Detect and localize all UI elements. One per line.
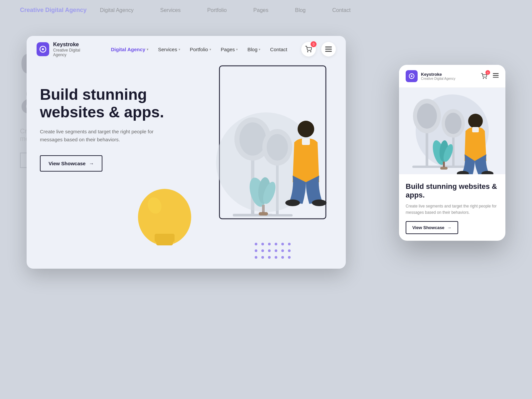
svg-point-50 bbox=[288, 249, 291, 252]
svg-point-45 bbox=[255, 249, 257, 252]
svg-point-24 bbox=[312, 200, 327, 206]
svg-point-39 bbox=[255, 243, 257, 245]
svg-point-1 bbox=[42, 48, 44, 50]
bg-nav-links: Digital Agency Services Portfolio Pages … bbox=[100, 7, 350, 13]
svg-rect-4 bbox=[325, 47, 332, 48]
svg-point-23 bbox=[285, 200, 300, 206]
phone-brand-name: Keystroke bbox=[421, 72, 475, 77]
desktop-brand-logo: Keystroke Creative Digital Agency bbox=[37, 41, 90, 57]
phone-hero-title: Build stunning websites & apps. bbox=[406, 182, 499, 200]
svg-rect-63 bbox=[493, 77, 499, 77]
lightbulb-illustration bbox=[133, 182, 196, 252]
svg-rect-20 bbox=[259, 212, 268, 215]
svg-point-47 bbox=[268, 249, 271, 252]
desktop-hero-illustration bbox=[200, 63, 346, 235]
nav-item-contact[interactable]: Contact bbox=[266, 44, 291, 55]
phone-logo-icon bbox=[406, 70, 418, 82]
nav-item-services[interactable]: Services ▾ bbox=[154, 44, 184, 55]
chevron-down-icon: ▾ bbox=[209, 48, 211, 51]
desktop-hero-title: Build stunning websites & apps. bbox=[40, 86, 186, 121]
svg-rect-67 bbox=[412, 166, 442, 168]
phone-hero-illustration bbox=[399, 88, 505, 174]
svg-point-54 bbox=[275, 256, 277, 259]
svg-point-2 bbox=[308, 52, 308, 52]
svg-point-73 bbox=[445, 113, 462, 134]
phone-view-showcase-button[interactable]: View Showcase → bbox=[406, 221, 458, 234]
bg-nav: Creative Digital Agency Digital Agency S… bbox=[20, 7, 512, 14]
phone-menu-button[interactable] bbox=[493, 73, 499, 79]
phone-nav-actions: 0 bbox=[479, 71, 499, 81]
svg-rect-25 bbox=[302, 138, 310, 145]
svg-rect-6 bbox=[325, 51, 332, 52]
svg-point-51 bbox=[255, 256, 257, 259]
svg-point-3 bbox=[311, 52, 311, 52]
svg-rect-5 bbox=[325, 49, 332, 50]
arrow-icon: → bbox=[89, 161, 94, 166]
svg-point-42 bbox=[275, 243, 277, 245]
desktop-navbar: Keystroke Creative Digital Agency Digita… bbox=[27, 36, 346, 63]
svg-rect-37 bbox=[156, 240, 173, 245]
svg-point-44 bbox=[288, 243, 291, 245]
desktop-brand-name: Keystroke bbox=[53, 41, 90, 48]
cart-button[interactable]: 0 bbox=[301, 42, 316, 57]
svg-point-58 bbox=[411, 75, 413, 77]
phone-cart-badge: 0 bbox=[485, 70, 490, 75]
nav-item-pages[interactable]: Pages ▾ bbox=[217, 44, 242, 55]
svg-point-55 bbox=[281, 256, 284, 259]
desktop-card: Keystroke Creative Digital Agency Digita… bbox=[27, 36, 346, 269]
chevron-down-icon: ▾ bbox=[179, 48, 180, 51]
desktop-nav-links: Digital Agency ▾ Services ▾ Portfolio ▾ … bbox=[107, 44, 291, 55]
cart-badge: 0 bbox=[311, 41, 317, 47]
svg-point-48 bbox=[275, 249, 277, 252]
menu-button[interactable] bbox=[321, 42, 336, 57]
dots-decoration bbox=[253, 241, 293, 262]
nav-item-portfolio[interactable]: Portfolio ▾ bbox=[186, 44, 215, 55]
nav-item-digital-agency[interactable]: Digital Agency ▾ bbox=[107, 44, 153, 55]
svg-point-43 bbox=[281, 243, 284, 245]
desktop-logo-icon bbox=[37, 42, 49, 56]
svg-point-40 bbox=[261, 243, 264, 245]
svg-point-60 bbox=[486, 78, 486, 79]
svg-point-79 bbox=[468, 114, 483, 128]
phone-cart-button[interactable]: 0 bbox=[479, 71, 489, 81]
phone-navbar: Keystroke Creative Digital Agency 0 bbox=[399, 65, 505, 88]
chevron-down-icon: ▾ bbox=[236, 48, 238, 51]
svg-point-59 bbox=[483, 78, 484, 79]
svg-point-49 bbox=[281, 249, 284, 252]
svg-point-56 bbox=[288, 256, 291, 259]
desktop-view-showcase-button[interactable]: View Showcase → bbox=[40, 155, 102, 172]
desktop-hero: Build stunning websites & apps. Create l… bbox=[27, 63, 346, 269]
svg-rect-61 bbox=[493, 73, 499, 74]
bg-brand: Creative Digital Agency bbox=[20, 7, 86, 14]
phone-brand-sub: Creative Digital Agency bbox=[421, 77, 475, 80]
phone-brand-text: Keystroke Creative Digital Agency bbox=[421, 72, 475, 80]
svg-point-41 bbox=[268, 243, 271, 245]
svg-point-69 bbox=[417, 103, 437, 129]
svg-point-52 bbox=[261, 256, 264, 259]
chevron-down-icon: ▾ bbox=[147, 48, 148, 51]
phone-hero-content: Build stunning websites & apps. Create l… bbox=[399, 174, 505, 241]
svg-point-46 bbox=[261, 249, 264, 252]
desktop-nav-actions: 0 bbox=[301, 42, 336, 57]
desktop-brand-sub: Creative Digital Agency bbox=[53, 48, 90, 57]
svg-point-22 bbox=[298, 121, 314, 137]
svg-rect-78 bbox=[440, 167, 448, 170]
nav-item-blog[interactable]: Blog ▾ bbox=[243, 44, 264, 55]
svg-rect-82 bbox=[472, 127, 479, 132]
desktop-brand-text: Keystroke Creative Digital Agency bbox=[53, 41, 90, 57]
chevron-down-icon: ▾ bbox=[259, 48, 260, 51]
phone-hero-subtitle: Create live segments and target the righ… bbox=[406, 203, 499, 216]
svg-rect-62 bbox=[493, 75, 499, 76]
svg-point-53 bbox=[268, 256, 271, 259]
phone-arrow-icon: → bbox=[447, 225, 452, 230]
desktop-hero-subtitle: Create live segments and target the righ… bbox=[40, 128, 166, 144]
phone-card: Keystroke Creative Digital Agency 0 bbox=[399, 65, 505, 241]
